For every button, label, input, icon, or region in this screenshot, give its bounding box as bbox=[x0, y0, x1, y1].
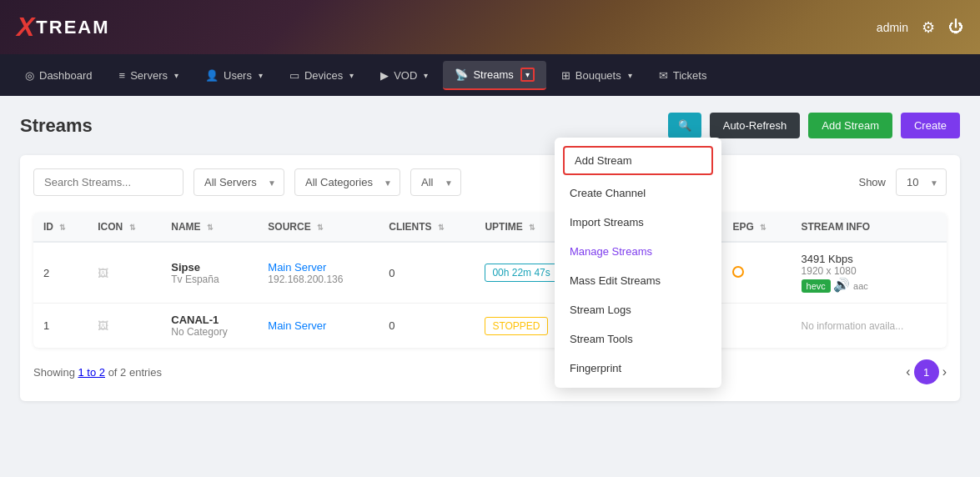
source-name[interactable]: Main Server bbox=[268, 261, 369, 274]
source-name[interactable]: Main Server bbox=[268, 319, 369, 332]
pagination-range[interactable]: 1 to 2 bbox=[78, 366, 105, 379]
pagination-row: Showing 1 to 2 of 2 entries ‹ 1 › bbox=[33, 348, 947, 388]
sidebar-item-tickets[interactable]: ✉ Tickets bbox=[647, 63, 719, 88]
stream-resolution: 1920 x 1080 bbox=[802, 265, 937, 277]
epg-status-dot bbox=[732, 266, 744, 278]
cell-source: Main Server 192.168.200.136 bbox=[258, 242, 379, 304]
logo: X TREAM bbox=[17, 12, 110, 43]
dropdown-item-import-streams[interactable]: Import Streams bbox=[555, 208, 721, 237]
servers-select[interactable]: All Servers bbox=[193, 168, 284, 196]
nav-label-tickets: Tickets bbox=[673, 69, 707, 82]
nav-bar: ◎ Dashboard ≡ Servers ▾ 👤 Users ▾ ▭ Devi… bbox=[0, 54, 980, 96]
nav-label-devices: Devices bbox=[304, 69, 343, 82]
sidebar-item-users[interactable]: 👤 Users ▾ bbox=[193, 63, 274, 88]
sidebar-item-dashboard[interactable]: ◎ Dashboard bbox=[13, 63, 104, 88]
prev-page-button[interactable]: ‹ bbox=[906, 364, 910, 379]
streams-table: ID ⇅ ICON ⇅ NAME ⇅ SOURCE ⇅ CLIENTS ⇅ UP… bbox=[33, 213, 947, 348]
cell-source: Main Server bbox=[258, 304, 379, 349]
stream-name: Sipse bbox=[171, 261, 248, 274]
categories-select-wrapper: All Categories bbox=[294, 168, 400, 196]
stream-sub: No Category bbox=[171, 326, 248, 338]
logo-text: TREAM bbox=[36, 17, 109, 38]
sidebar-item-bouquets[interactable]: ⊞ Bouquets ▾ bbox=[550, 63, 644, 88]
bouquets-caret-icon: ▾ bbox=[628, 71, 632, 80]
pagination-info: Showing 1 to 2 of 2 entries bbox=[33, 366, 162, 379]
top-header: X TREAM admin ⚙ ⏻ bbox=[0, 0, 980, 54]
cell-clients: 0 bbox=[379, 242, 475, 304]
col-icon: ICON ⇅ bbox=[88, 213, 161, 242]
stream-kbps: 3491 Kbps bbox=[802, 253, 937, 265]
sidebar-item-servers[interactable]: ≡ Servers ▾ bbox=[108, 63, 190, 88]
cell-clients: 0 bbox=[379, 304, 475, 349]
dropdown-item-mass-edit-streams[interactable]: Mass Edit Streams bbox=[555, 266, 721, 295]
cell-name: CANAL-1 No Category bbox=[161, 304, 258, 349]
page-actions: 🔍 Auto-Refresh Add Stream Create bbox=[668, 113, 960, 138]
col-clients: CLIENTS ⇅ bbox=[379, 213, 475, 242]
cell-epg-status bbox=[722, 242, 791, 304]
dropdown-item-manage-streams[interactable]: Manage Streams bbox=[555, 237, 721, 266]
nav-label-users: Users bbox=[224, 69, 252, 82]
page-1-button[interactable]: 1 bbox=[914, 359, 939, 384]
nav-label-streams: Streams bbox=[473, 68, 513, 81]
admin-label: admin bbox=[877, 21, 908, 34]
header-right: admin ⚙ ⏻ bbox=[877, 18, 963, 37]
col-name: NAME ⇅ bbox=[161, 213, 258, 242]
next-page-button[interactable]: › bbox=[942, 364, 947, 379]
vod-icon: ▶ bbox=[380, 69, 389, 82]
cell-id: 2 bbox=[33, 242, 88, 304]
logo-x-icon: X bbox=[17, 12, 34, 43]
nav-label-dashboard: Dashboard bbox=[39, 69, 93, 82]
show-label: Show bbox=[858, 176, 886, 188]
streams-table-container: ID ⇅ ICON ⇅ NAME ⇅ SOURCE ⇅ CLIENTS ⇅ UP… bbox=[33, 213, 947, 348]
stream-name: CANAL-1 bbox=[171, 314, 248, 326]
dropdown-item-fingerprint[interactable]: Fingerprint bbox=[555, 354, 721, 383]
pagination-controls: ‹ 1 › bbox=[906, 359, 947, 384]
cell-stream-info: No information availa... bbox=[792, 304, 947, 349]
servers-icon: ≡ bbox=[119, 69, 126, 82]
tickets-icon: ✉ bbox=[659, 69, 668, 82]
devices-icon: ▭ bbox=[289, 69, 299, 82]
search-button[interactable]: 🔍 bbox=[668, 113, 701, 138]
table-row: 1 🖼 CANAL-1 No Category Main Server 0 bbox=[33, 304, 947, 349]
stream-codec: hevc bbox=[802, 279, 831, 293]
dropdown-item-stream-logs[interactable]: Stream Logs bbox=[555, 295, 721, 324]
search-input[interactable] bbox=[33, 168, 183, 196]
sidebar-item-devices[interactable]: ▭ Devices ▾ bbox=[278, 63, 365, 88]
stream-audio: 🔊 bbox=[833, 278, 850, 292]
nav-label-bouquets: Bouquets bbox=[575, 69, 621, 82]
cell-epg-status bbox=[722, 304, 791, 349]
source-ip: 192.168.200.136 bbox=[268, 274, 369, 285]
auto-refresh-button[interactable]: Auto-Refresh bbox=[710, 113, 801, 138]
stream-audio-codec: aac bbox=[853, 281, 868, 291]
categories-select[interactable]: All Categories bbox=[294, 168, 400, 196]
dropdown-item-create-channel[interactable]: Create Channel bbox=[555, 178, 721, 208]
stream-icon-placeholder: 🖼 bbox=[98, 267, 108, 279]
streams-caret-icon: ▾ bbox=[520, 68, 535, 82]
cell-icon: 🖼 bbox=[88, 304, 161, 349]
show-count-wrapper: 10 25 50 bbox=[896, 168, 947, 196]
page-content: Streams 🔍 Auto-Refresh Add Stream Create… bbox=[0, 96, 980, 418]
add-stream-button[interactable]: Add Stream bbox=[808, 113, 892, 138]
show-count-select[interactable]: 10 25 50 bbox=[896, 168, 947, 196]
devices-caret-icon: ▾ bbox=[349, 71, 354, 80]
streams-dropdown-menu: Add Stream Create Channel Import Streams… bbox=[555, 138, 721, 388]
cell-name: Sipse Tv España bbox=[161, 242, 258, 304]
cell-id: 1 bbox=[33, 304, 88, 349]
status-select[interactable]: All bbox=[410, 168, 461, 196]
page-title: Streams bbox=[20, 115, 93, 137]
table-header-row: ID ⇅ ICON ⇅ NAME ⇅ SOURCE ⇅ CLIENTS ⇅ UP… bbox=[33, 213, 947, 242]
dropdown-item-add-stream[interactable]: Add Stream bbox=[563, 146, 713, 175]
settings-icon[interactable]: ⚙ bbox=[922, 18, 935, 37]
cell-icon: 🖼 bbox=[88, 242, 161, 304]
bouquets-icon: ⊞ bbox=[561, 69, 570, 82]
create-button[interactable]: Create bbox=[901, 113, 960, 138]
dashboard-icon: ◎ bbox=[25, 69, 34, 82]
users-icon: 👤 bbox=[205, 69, 219, 82]
sidebar-item-vod[interactable]: ▶ VOD ▾ bbox=[369, 63, 440, 88]
stream-icon-placeholder: 🖼 bbox=[98, 319, 108, 332]
col-id: ID ⇅ bbox=[33, 213, 88, 242]
sidebar-item-streams[interactable]: 📡 Streams ▾ bbox=[443, 61, 545, 90]
dropdown-item-stream-tools[interactable]: Stream Tools bbox=[555, 324, 721, 354]
col-stream-info: STREAM INFO bbox=[792, 213, 947, 242]
power-icon[interactable]: ⏻ bbox=[948, 18, 963, 36]
